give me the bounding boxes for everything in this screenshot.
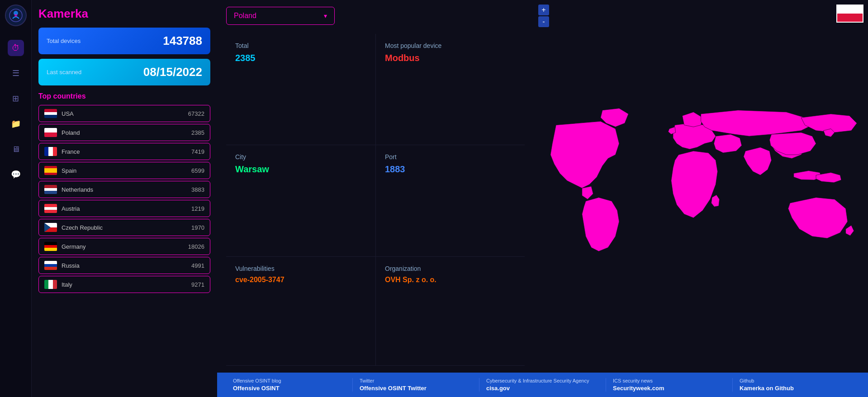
country-name-italy: Italy (62, 281, 187, 288)
footer-link-osint[interactable]: Offensive OSINT (233, 385, 346, 392)
country-item-czech[interactable]: Czech Republic 1970 (38, 219, 210, 236)
country-count-netherlands: 3883 (191, 186, 204, 193)
selected-country-flag (836, 5, 863, 23)
flag-austria (44, 204, 57, 213)
countries-list: USA 67322 Poland 2385 France 7419 (38, 105, 210, 295)
country-item-netherlands[interactable]: Netherlands 3883 (38, 181, 210, 198)
total-label: Total (235, 42, 366, 49)
city-label: City (235, 153, 366, 161)
country-count-france: 7419 (191, 148, 204, 155)
country-name-poland: Poland (62, 129, 187, 136)
country-item-france[interactable]: France 7419 (38, 143, 210, 160)
total-devices-label: Total devices (47, 38, 81, 44)
app-title: Kamerka (38, 7, 210, 21)
app-logo (5, 5, 27, 26)
most-popular-device-value: Modbus (385, 53, 516, 63)
country-dropdown[interactable]: Poland ▾ (226, 7, 335, 25)
country-count-italy: 9271 (191, 281, 204, 288)
footer-label-cisa: Cybersecurity & Infrastructure Security … (486, 378, 599, 383)
country-name-netherlands: Netherlands (62, 186, 187, 193)
flag-czech (44, 223, 57, 232)
svg-point-2 (14, 14, 17, 17)
organization-value: OVH Sp. z o. o. (385, 276, 516, 284)
footer-label-secweek: ICS security news (613, 378, 726, 383)
country-count-poland: 2385 (191, 129, 204, 136)
sidebar-icon-chat[interactable]: 💬 (8, 166, 24, 183)
footer-label-github: Github (740, 378, 852, 383)
sidebar-icon-list[interactable]: ☰ (8, 65, 24, 81)
organization-cell: Organization OVH Sp. z o. o. (375, 257, 525, 366)
vulnerabilities-label: Vulnerabilities (235, 265, 366, 272)
footer-item-osint: Offensive OSINT blog Offensive OSINT (226, 378, 353, 392)
country-item-italy[interactable]: Italy 9271 (38, 276, 210, 293)
country-name-spain: Spain (62, 167, 187, 174)
sidebar-icon-grid[interactable]: ⊞ (8, 90, 24, 107)
flag-russia (44, 261, 57, 270)
flag-spain (44, 166, 57, 175)
top-area: Poland ▾ Total 2385 Most popular device … (217, 0, 868, 373)
most-popular-device-cell: Most popular device Modbus (375, 34, 525, 145)
last-scanned-value: 08/15/2022 (143, 65, 202, 79)
footer-item-cisa: Cybersecurity & Infrastructure Security … (479, 378, 606, 392)
footer-item-secweek: ICS security news Securityweek.com (606, 378, 733, 392)
country-name-russia: Russia (62, 262, 187, 269)
footer-link-github[interactable]: Kamerka on Github (740, 385, 852, 392)
footer-link-secweek[interactable]: Securityweek.com (613, 385, 726, 392)
sidebar: ⏱ ☰ ⊞ 📁 🖥 💬 (0, 0, 32, 397)
city-cell: City Warsaw (226, 145, 375, 256)
city-value: Warsaw (235, 164, 366, 175)
most-popular-device-label: Most popular device (385, 42, 516, 49)
flag-italy (44, 280, 57, 289)
flag-poland (44, 128, 57, 137)
top-countries-title: Top countries (38, 92, 210, 100)
flag-france (44, 147, 57, 156)
dropdown-container: Poland ▾ (226, 7, 525, 25)
port-cell: Port 1883 (375, 145, 525, 256)
zoom-out-button[interactable]: - (538, 16, 549, 27)
sidebar-icon-folder[interactable]: 📁 (8, 116, 24, 132)
country-item-austria[interactable]: Austria 1219 (38, 200, 210, 217)
country-count-spain: 6599 (191, 167, 204, 174)
country-name-germany: Germany (62, 243, 184, 250)
country-count-czech: 1970 (191, 224, 204, 231)
vulnerabilities-value: cve-2005-3747 (235, 276, 366, 284)
footer-item-twitter: Twitter Offensive OSINT Twitter (353, 378, 479, 392)
detail-panel: Poland ▾ Total 2385 Most popular device … (217, 0, 534, 373)
dropdown-selected: Poland (234, 12, 256, 20)
country-item-poland[interactable]: Poland 2385 (38, 124, 210, 141)
country-item-spain[interactable]: Spain 6599 (38, 162, 210, 179)
main-content: Poland ▾ Total 2385 Most popular device … (217, 0, 868, 397)
total-value: 2385 (235, 53, 366, 63)
last-scanned-label: Last scanned (47, 69, 81, 76)
country-name-usa: USA (62, 110, 184, 117)
country-count-russia: 4991 (191, 262, 204, 269)
footer-bar: Offensive OSINT blog Offensive OSINT Twi… (217, 373, 868, 397)
country-count-usa: 67322 (188, 110, 204, 117)
map-controls: + - (538, 5, 549, 27)
country-item-germany[interactable]: Germany 18026 (38, 238, 210, 255)
country-name-france: France (62, 148, 187, 155)
total-cell: Total 2385 (226, 34, 375, 145)
footer-link-cisa[interactable]: cisa.gov (486, 385, 599, 392)
footer-label-twitter: Twitter (360, 378, 472, 383)
country-item-russia[interactable]: Russia 4991 (38, 257, 210, 274)
map-area: + - (534, 0, 868, 373)
zoom-in-button[interactable]: + (538, 5, 549, 15)
country-count-austria: 1219 (191, 205, 204, 212)
footer-item-github: Github Kamerka on Github (733, 378, 859, 392)
footer-link-twitter[interactable]: Offensive OSINT Twitter (360, 385, 472, 392)
world-map (534, 89, 868, 284)
footer-label-osint: Offensive OSINT blog (233, 378, 346, 383)
country-name-czech: Czech Republic (62, 224, 187, 231)
flag-usa (44, 109, 57, 118)
flag-netherlands (44, 185, 57, 194)
left-panel: Kamerka Total devices 143788 Last scanne… (32, 0, 217, 397)
last-scanned-card: Last scanned 08/15/2022 (38, 59, 210, 85)
flag-germany (44, 242, 57, 251)
port-value: 1883 (385, 164, 516, 175)
sidebar-icon-clock[interactable]: ⏱ (8, 40, 24, 56)
vulnerabilities-cell: Vulnerabilities cve-2005-3747 (226, 257, 375, 366)
organization-label: Organization (385, 265, 516, 272)
country-item-usa[interactable]: USA 67322 (38, 105, 210, 122)
sidebar-icon-monitor[interactable]: 🖥 (8, 141, 24, 157)
